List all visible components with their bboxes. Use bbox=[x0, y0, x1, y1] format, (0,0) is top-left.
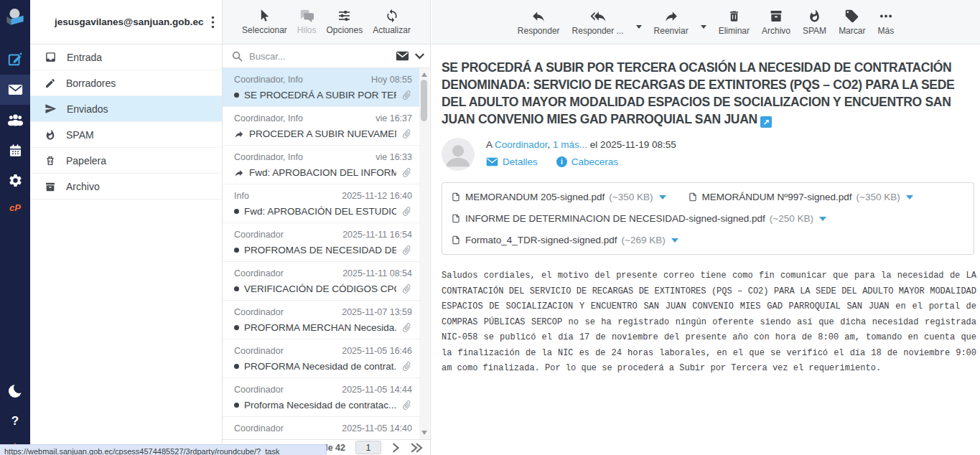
pencil-icon bbox=[45, 78, 56, 89]
flame-icon bbox=[45, 129, 56, 141]
message-row[interactable]: Coordinador, InfoHoy 08:55 SE PROCEDRÁ A… bbox=[223, 68, 419, 107]
message-reader-pane: Responder Responder ... Reenviar Elimina… bbox=[431, 0, 980, 455]
forward-caret-icon[interactable] bbox=[701, 25, 706, 29]
forward-button[interactable]: Reenviar bbox=[654, 9, 689, 36]
folders-pane: jesusgavilanes@sanjuan.gob.ec Entrada bbox=[30, 0, 223, 455]
options-button[interactable]: Opciones bbox=[326, 9, 363, 35]
unread-dot-icon bbox=[234, 286, 239, 291]
attachment-item[interactable]: INFORME DE DETERMINACION DE NECESIDAD-si… bbox=[451, 212, 826, 225]
attachments-box: MEMORANDUM 205-signed.pdf (~350 KB) MEMO… bbox=[442, 182, 974, 255]
contacts-nav-button[interactable] bbox=[0, 105, 30, 135]
paperclip-icon bbox=[401, 283, 412, 294]
ellipsis-icon bbox=[878, 9, 894, 24]
headers-toggle[interactable]: i Cabeceras bbox=[556, 156, 618, 167]
attachment-menu-icon[interactable] bbox=[906, 195, 913, 200]
folder-enviados[interactable]: Enviados bbox=[30, 96, 222, 122]
paperclip-icon bbox=[401, 167, 412, 178]
forwarded-icon bbox=[234, 168, 244, 178]
paperclip-icon bbox=[401, 206, 412, 217]
kebab-menu-icon[interactable] bbox=[211, 16, 215, 29]
mail-nav-button[interactable] bbox=[0, 75, 30, 105]
forwarded-icon bbox=[234, 129, 244, 139]
more-button[interactable]: Más bbox=[877, 9, 894, 36]
chevron-down-icon[interactable] bbox=[415, 53, 424, 60]
recipients-line: A Coordinador, 1 más... el 2025-11-19 08… bbox=[486, 139, 676, 150]
message-content: SE PROCEDRÁ A SUBIR POR TERCERA OCASIÓN … bbox=[431, 44, 980, 377]
chat-bubbles-icon bbox=[299, 9, 314, 23]
unread-dot-icon bbox=[234, 364, 239, 369]
attachment-item[interactable]: MEMORANDUM 205-signed.pdf (~350 KB) bbox=[451, 191, 666, 203]
paperclip-icon bbox=[401, 322, 412, 333]
mark-button[interactable]: Marcar bbox=[839, 9, 865, 36]
envelope-scope-icon[interactable] bbox=[396, 51, 409, 61]
message-row[interactable]: Coordinador, Infovie 16:33 Fwd: APROBACI… bbox=[223, 146, 419, 184]
message-row[interactable]: Coordinador2025-11-05 14:40 bbox=[223, 417, 419, 439]
external-link-icon[interactable]: ↗ bbox=[760, 116, 772, 128]
last-page-icon[interactable] bbox=[410, 443, 423, 453]
message-row[interactable]: Coordinador2025-11-11 08:54 VERIFICACIÓN… bbox=[223, 262, 419, 301]
threads-button[interactable]: Hilos bbox=[297, 9, 317, 35]
recipient-link[interactable]: Coordinador bbox=[495, 139, 548, 150]
attachment-item[interactable]: Formato_4_TDR-signed-signed.pdf (~269 KB… bbox=[451, 234, 678, 246]
account-email: jesusgavilanes@sanjuan.gob.ec bbox=[55, 17, 211, 27]
trash-icon bbox=[45, 155, 56, 166]
attachment-menu-icon[interactable] bbox=[659, 195, 666, 200]
scroll-up-icon[interactable] bbox=[421, 72, 427, 77]
scroll-down-icon[interactable] bbox=[421, 431, 427, 435]
next-page-icon[interactable] bbox=[391, 443, 400, 453]
paperclip-icon bbox=[401, 400, 412, 411]
attachment-menu-icon[interactable] bbox=[819, 217, 826, 221]
message-toolbar: Responder Responder ... Reenviar Elimina… bbox=[431, 0, 980, 44]
paperclip-icon bbox=[401, 128, 412, 139]
folder-spam[interactable]: SPAM bbox=[30, 122, 222, 148]
tag-icon bbox=[844, 9, 859, 24]
attachment-menu-icon[interactable] bbox=[671, 238, 678, 243]
folder-borradores[interactable]: Borradores bbox=[30, 70, 222, 96]
message-row[interactable]: Info2025-11-12 16:40 Fwd: APROBACIÓN DEL… bbox=[223, 184, 419, 223]
message-row[interactable]: Coordinador2025-11-05 16:46 PROFORMA Nec… bbox=[223, 339, 419, 378]
inbox-icon bbox=[45, 51, 57, 63]
compose-button[interactable] bbox=[0, 44, 30, 75]
file-icon bbox=[451, 212, 461, 225]
reply-all-button[interactable]: Responder ... bbox=[572, 9, 624, 36]
file-icon bbox=[688, 191, 698, 203]
attachment-item[interactable]: MEMORÁNDUM Nº997-signed.pdf (~350 KB) bbox=[688, 191, 913, 203]
page-number-button[interactable]: 1 bbox=[355, 441, 381, 454]
unread-dot-icon bbox=[234, 93, 239, 98]
reply-all-icon bbox=[589, 9, 607, 24]
message-row[interactable]: Coordinador2025-11-05 14:44 Proforma Nec… bbox=[223, 378, 419, 417]
spam-button[interactable]: SPAM bbox=[803, 9, 826, 36]
message-row[interactable]: Coordinador, Infovie 16:37 PROCEDER A SU… bbox=[223, 107, 419, 146]
cpanel-icon[interactable]: cP bbox=[0, 195, 30, 220]
refresh-button[interactable]: Actualizar bbox=[373, 9, 411, 35]
info-icon: i bbox=[556, 156, 567, 167]
details-toggle[interactable]: Detalles bbox=[486, 156, 538, 167]
calendar-nav-button[interactable] bbox=[0, 135, 30, 165]
paperclip-icon bbox=[401, 361, 412, 372]
delete-button[interactable]: Eliminar bbox=[719, 9, 750, 36]
folder-archivo[interactable]: Archivo bbox=[30, 174, 222, 200]
account-header: jesusgavilanes@sanjuan.gob.ec bbox=[30, 0, 222, 44]
settings-gear-icon[interactable] bbox=[0, 165, 30, 195]
reply-button[interactable]: Responder bbox=[518, 9, 560, 36]
message-row[interactable]: Coordinador2025-11-11 16:54 PROFROMAS DE… bbox=[223, 223, 419, 262]
folder-entrada[interactable]: Entrada bbox=[30, 44, 222, 70]
more-recipients-link[interactable]: 1 más... bbox=[553, 139, 587, 150]
folder-papelera[interactable]: Papelera bbox=[30, 148, 222, 174]
help-icon[interactable]: ? bbox=[0, 406, 30, 436]
archive-button[interactable]: Archivo bbox=[762, 9, 790, 36]
archive-icon bbox=[45, 181, 56, 192]
dark-mode-moon-icon[interactable] bbox=[0, 376, 30, 406]
search-input[interactable] bbox=[249, 51, 390, 62]
list-scrollbar[interactable] bbox=[419, 68, 429, 439]
scrollbar-thumb[interactable] bbox=[421, 80, 427, 121]
reply-icon bbox=[531, 9, 546, 24]
trash-icon bbox=[727, 9, 741, 24]
search-icon bbox=[231, 50, 243, 62]
reply-all-caret-icon[interactable] bbox=[636, 25, 642, 29]
message-row[interactable]: Coordinador2025-11-07 13:59 PROFORMA MER… bbox=[223, 301, 419, 339]
select-button[interactable]: Seleccionar bbox=[242, 9, 287, 35]
webmail-logo bbox=[0, 0, 30, 33]
avatar bbox=[442, 138, 475, 171]
sender-row: A Coordinador, 1 más... el 2025-11-19 08… bbox=[442, 138, 973, 171]
